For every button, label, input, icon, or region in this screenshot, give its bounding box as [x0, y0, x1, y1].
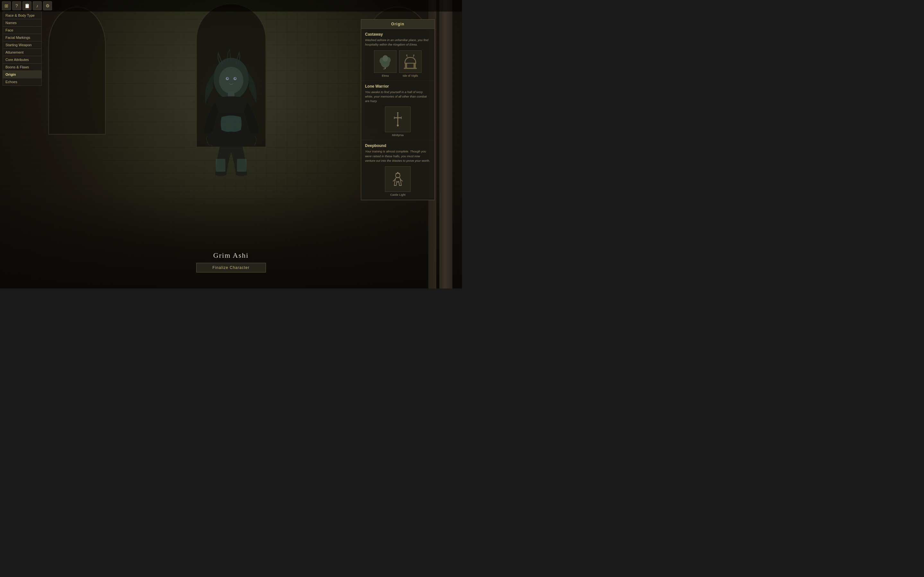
sidebar-item-starting-weapon[interactable]: Starting Weapon: [3, 41, 42, 48]
castaway-title: Castaway: [365, 32, 431, 37]
svg-rect-8: [237, 159, 247, 172]
svg-point-4: [227, 78, 228, 79]
sidebar-item-attunement[interactable]: Attunement: [3, 48, 42, 56]
pipe-decoration: [440, 0, 452, 288]
character-bottom: Grim Ashi Finalize Character: [196, 251, 266, 272]
castaway-locations: Etrea Isle of Vigils: [365, 50, 431, 77]
lone-warrior-description: You awake to find yourself in a hall of …: [365, 90, 431, 104]
deepbound-title: Deepbound: [365, 143, 431, 148]
sidebar-item-names[interactable]: Names: [3, 19, 42, 26]
sidebar: Race & Body TypeNamesFaceFacial Markings…: [3, 11, 42, 86]
castle-light-image-box[interactable]: [385, 166, 411, 192]
help-button[interactable]: ?: [12, 1, 21, 10]
svg-point-21: [413, 55, 414, 56]
etrea-label: Etrea: [382, 74, 389, 77]
home-button[interactable]: ⊞: [2, 1, 11, 10]
lone-warrior-title: Lone Warrior: [365, 84, 431, 89]
minityrsa-image-box[interactable]: [385, 106, 411, 132]
castle-light-option[interactable]: Castle Light: [385, 166, 411, 197]
finalize-character-button[interactable]: Finalize Character: [196, 263, 266, 272]
castle-light-icon: [390, 171, 406, 187]
toolbar: ⊞ ? 📋 ♪ ⚙: [0, 0, 462, 11]
svg-point-28: [397, 172, 398, 173]
origin-deepbound-section: Deepbound Your training is almost comple…: [361, 140, 434, 200]
character-figure: [186, 42, 276, 186]
etrea-image-box[interactable]: [374, 50, 397, 73]
inventory-button[interactable]: 📋: [23, 1, 31, 10]
origin-panel: Origin Castaway Washed ashore in an unfa…: [361, 19, 435, 200]
sidebar-item-origin[interactable]: Origin: [3, 71, 42, 78]
sidebar-item-boons-flaws[interactable]: Boons & Flaws: [3, 63, 42, 71]
origin-panel-header: Origin: [361, 19, 434, 29]
minityrsa-label: Minityrsa: [392, 134, 403, 137]
svg-point-1: [219, 67, 243, 94]
floor-decoration: [0, 192, 462, 288]
isle-of-vigils-option[interactable]: Isle of Vigils: [399, 50, 422, 77]
deepbound-description: Your training is almost complete. Though…: [365, 149, 431, 163]
svg-point-24: [397, 124, 399, 126]
deepbound-locations: Castle Light: [365, 166, 431, 197]
sidebar-item-echoes[interactable]: Echoes: [3, 78, 42, 86]
sidebar-item-core-attributes[interactable]: Core Attributes: [3, 56, 42, 63]
minityrsa-option[interactable]: Minityrsa: [385, 106, 411, 137]
isle-of-vigils-arch-icon: [402, 53, 418, 69]
isle-of-vigils-image-box[interactable]: [399, 50, 422, 73]
svg-point-5: [235, 78, 236, 79]
origin-lone-warrior-section: Lone Warrior You awake to find yourself …: [361, 81, 434, 140]
castle-light-label: Castle Light: [390, 193, 405, 197]
settings-button[interactable]: ⚙: [43, 1, 52, 10]
arch-decoration: [48, 6, 106, 135]
isle-of-vigils-label: Isle of Vigils: [403, 74, 418, 77]
etrea-tree-icon: [377, 53, 393, 69]
svg-point-13: [382, 55, 388, 61]
lone-warrior-locations: Minityrsa: [365, 106, 431, 137]
svg-rect-17: [404, 68, 417, 69]
etrea-option[interactable]: Etrea: [374, 50, 397, 77]
music-button[interactable]: ♪: [33, 1, 42, 10]
origin-castaway-section: Castaway Washed ashore in an unfamiliar …: [361, 29, 434, 81]
svg-rect-7: [216, 159, 226, 172]
character-name: Grim Ashi: [213, 251, 248, 259]
svg-point-20: [406, 55, 407, 56]
sidebar-item-face[interactable]: Face: [3, 26, 42, 34]
sidebar-item-race-body-type[interactable]: Race & Body Type: [3, 11, 42, 19]
castaway-description: Washed ashore in an unfamiliar place, yo…: [365, 38, 431, 47]
sidebar-item-facial-markings[interactable]: Facial Markings: [3, 34, 42, 41]
minityrsa-sword-icon: [390, 111, 406, 127]
svg-point-27: [395, 173, 400, 178]
